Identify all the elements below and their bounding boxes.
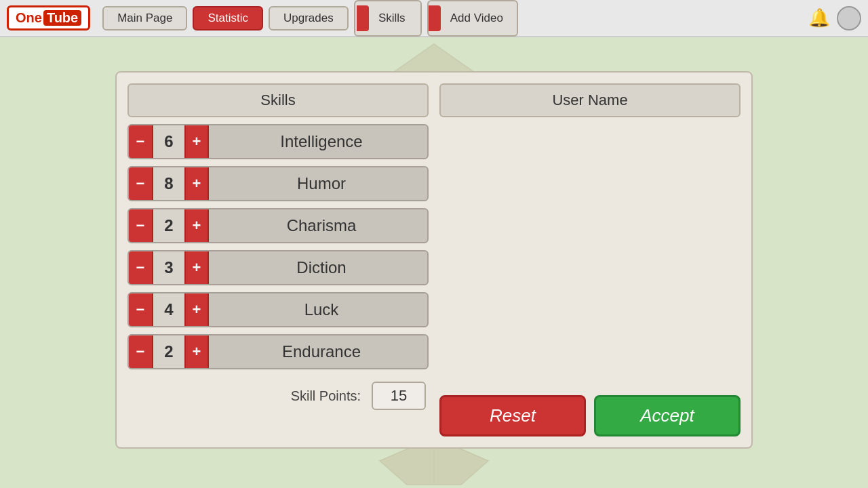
notification-bell-icon[interactable]: 🔔 — [808, 7, 830, 28]
intelligence-label: Intelligence — [209, 132, 427, 151]
logo[interactable]: One Tube — [7, 5, 90, 30]
luck-label: Luck — [209, 300, 427, 319]
skills-left-panel: Skills 6 Intelligence 8 Humor 2 Charism — [127, 83, 429, 436]
user-content-area — [439, 124, 741, 382]
intelligence-plus-button[interactable] — [184, 125, 209, 158]
reset-button[interactable]: Reset — [439, 395, 586, 436]
nav-statistic-label: Statistic — [208, 12, 248, 25]
accept-button[interactable]: Accept — [594, 395, 741, 436]
logo-one: One — [16, 10, 42, 26]
user-avatar[interactable] — [837, 6, 861, 30]
luck-minus-button[interactable] — [129, 293, 153, 326]
user-name-title: User Name — [439, 83, 741, 117]
luck-plus-button[interactable] — [184, 293, 209, 326]
nav-skills[interactable]: Skills — [354, 0, 422, 37]
skill-row-diction: 3 Diction — [127, 250, 429, 285]
humor-label: Humor — [209, 174, 427, 193]
action-buttons: Reset Accept — [439, 388, 741, 436]
logo-tube: Tube — [43, 10, 81, 26]
nav-skills-label: Skills — [378, 12, 406, 25]
diction-label: Diction — [209, 258, 427, 277]
humor-value: 8 — [153, 167, 184, 200]
skills-accent — [357, 5, 369, 31]
nav-statistic[interactable]: Statistic — [193, 6, 263, 30]
endurance-value: 2 — [153, 336, 184, 368]
add-video-accent — [429, 5, 441, 31]
navbar: One Tube Main Page Statistic Upgrades Sk… — [0, 0, 868, 37]
endurance-label: Endurance — [209, 342, 427, 361]
luck-value: 4 — [153, 293, 184, 326]
user-right-panel: User Name Reset Accept — [439, 83, 741, 436]
nav-add-video[interactable]: Add Video — [427, 0, 518, 37]
charisma-minus-button[interactable] — [129, 209, 153, 242]
nav-main-page[interactable]: Main Page — [102, 6, 187, 30]
skill-row-humor: 8 Humor — [127, 166, 429, 201]
endurance-minus-button[interactable] — [129, 336, 153, 368]
humor-minus-button[interactable] — [129, 167, 153, 200]
nav-upgrades[interactable]: Upgrades — [269, 6, 349, 30]
intelligence-value: 6 — [153, 125, 184, 158]
skills-panel-container: Skills 6 Intelligence 8 Humor 2 Charism — [115, 71, 753, 449]
diction-minus-button[interactable] — [129, 251, 153, 284]
skill-points-value: 15 — [372, 382, 426, 410]
skill-row-luck: 4 Luck — [127, 292, 429, 327]
skill-points-label: Skill Points: — [130, 388, 361, 404]
nav-main-page-label: Main Page — [117, 12, 172, 25]
humor-plus-button[interactable] — [184, 167, 209, 200]
main-content: Skills 6 Intelligence 8 Humor 2 Charism — [0, 37, 868, 488]
diction-value: 3 — [153, 251, 184, 284]
nav-add-video-label: Add Video — [450, 12, 503, 25]
skill-row-endurance: 2 Endurance — [127, 334, 429, 369]
skill-points-row: Skill Points: 15 — [127, 376, 429, 415]
endurance-plus-button[interactable] — [184, 336, 209, 368]
diction-plus-button[interactable] — [184, 251, 209, 284]
skill-row-charisma: 2 Charisma — [127, 208, 429, 243]
charisma-value: 2 — [153, 209, 184, 242]
charisma-plus-button[interactable] — [184, 209, 209, 242]
skills-title: Skills — [127, 83, 429, 117]
intelligence-minus-button[interactable] — [129, 125, 153, 158]
skill-row-intelligence: 6 Intelligence — [127, 124, 429, 159]
nav-upgrades-label: Upgrades — [283, 12, 334, 25]
charisma-label: Charisma — [209, 216, 427, 235]
